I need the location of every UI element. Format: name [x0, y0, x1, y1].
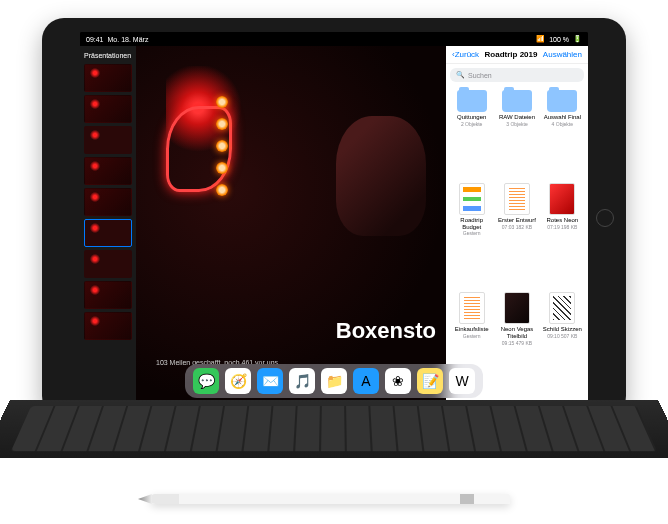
status-bar: 09:41 Mo. 18. März 📶 100 % 🔋 [80, 32, 588, 46]
keynote-editor: Neon Tour – März 2019 Präsentationen [80, 46, 446, 404]
slide-thumb[interactable] [84, 312, 132, 340]
screen-bezel: 09:41 Mo. 18. März 📶 100 % 🔋 Neon Tour –… [80, 32, 588, 404]
slide-thumb[interactable] [84, 157, 132, 185]
slide-thumb[interactable] [84, 250, 132, 278]
file-item[interactable]: Rotes Neon07:19 198 KB [541, 183, 584, 291]
files-panel: ‹Zurück Roadtrip 2019 Auswählen 🔍 Suchen… [446, 46, 588, 404]
apple-pencil [150, 494, 510, 504]
document-icon [459, 292, 485, 324]
dock-app-files[interactable]: 📁 [321, 368, 347, 394]
file-meta: Gestern [463, 333, 481, 339]
file-meta: Gestern [463, 230, 481, 236]
folder-icon [457, 90, 487, 112]
file-name: Quittungen [457, 114, 486, 121]
panel-title: Roadtrip 2019 [485, 50, 538, 59]
slide-canvas[interactable]: Boxensto 103 Meilen geschafft, noch 461 … [136, 46, 446, 404]
wifi-icon: 📶 [536, 35, 545, 43]
slide-thumb[interactable] [84, 95, 132, 123]
file-item[interactable]: Auswahl Final4 Objekte [541, 90, 584, 181]
document-icon [504, 183, 530, 215]
file-meta: 4 Objekte [552, 121, 573, 127]
document-icon [459, 183, 485, 215]
file-item[interactable]: Neon Vegas Titelbild09:15 479 KB [495, 292, 538, 400]
folder-icon [502, 90, 532, 112]
document-icon [549, 183, 575, 215]
battery-icon: 🔋 [573, 35, 582, 43]
home-button[interactable] [596, 209, 614, 227]
ipad-device: 09:41 Mo. 18. März 📶 100 % 🔋 Neon Tour –… [42, 18, 626, 418]
search-input[interactable]: 🔍 Suchen [450, 68, 584, 82]
file-item[interactable]: Schild Skizzen09:10 507 KB [541, 292, 584, 400]
file-name: Neon Vegas Titelbild [496, 326, 538, 339]
file-meta: 09:10 507 KB [547, 333, 577, 339]
file-name: Auswahl Final [544, 114, 581, 121]
file-meta: 3 Objekte [506, 121, 527, 127]
panel-header: ‹Zurück Roadtrip 2019 Auswählen [446, 46, 588, 64]
search-icon: 🔍 [456, 71, 465, 79]
battery-pct: 100 % [549, 36, 569, 43]
search-placeholder: Suchen [468, 72, 492, 79]
slide-thumb[interactable] [84, 64, 132, 92]
smart-keyboard [0, 400, 668, 458]
file-meta: 07:03 182 KB [502, 224, 532, 230]
file-item[interactable]: Erster Entwurf07:03 182 KB [495, 183, 538, 291]
dock-app-photos[interactable]: ❀ [385, 368, 411, 394]
dock-app-mail[interactable]: ✉️ [257, 368, 283, 394]
slides-sidebar[interactable]: Präsentationen [80, 46, 136, 404]
file-item[interactable]: Roadtrip BudgetGestern [450, 183, 493, 291]
file-meta: 07:19 198 KB [547, 224, 577, 230]
select-button[interactable]: Auswählen [543, 50, 582, 59]
dock: 💬🧭✉️🎵📁A❀📝W [185, 364, 483, 398]
status-date: Mo. 18. März [108, 36, 149, 43]
slide-headline[interactable]: Boxensto [336, 318, 436, 344]
files-grid: Quittungen2 ObjekteRAW Dateien3 ObjekteA… [446, 86, 588, 404]
dock-app-music[interactable]: 🎵 [289, 368, 315, 394]
file-name: Roadtrip Budget [451, 217, 493, 230]
document-icon [549, 292, 575, 324]
file-name: RAW Dateien [499, 114, 535, 121]
status-time: 09:41 [86, 36, 104, 43]
file-item[interactable]: RAW Dateien3 Objekte [495, 90, 538, 181]
file-item[interactable]: Quittungen2 Objekte [450, 90, 493, 181]
dock-app-messages[interactable]: 💬 [193, 368, 219, 394]
slide-thumb[interactable] [84, 126, 132, 154]
slide-thumb[interactable] [84, 281, 132, 309]
sidebar-title: Präsentationen [84, 50, 132, 61]
file-meta: 09:15 479 KB [502, 340, 532, 346]
back-button[interactable]: ‹Zurück [452, 50, 479, 59]
dock-app-word[interactable]: W [449, 368, 475, 394]
file-name: Rotes Neon [546, 217, 578, 224]
neon-sign-graphic [166, 66, 246, 206]
slide-thumb[interactable] [84, 188, 132, 216]
folder-icon [547, 90, 577, 112]
dock-app-appstore[interactable]: A [353, 368, 379, 394]
file-name: Erster Entwurf [498, 217, 536, 224]
slide-thumb-selected[interactable] [84, 219, 132, 247]
person-photo [336, 116, 426, 236]
file-name: Einkaufsliste [455, 326, 489, 333]
document-icon [504, 292, 530, 324]
dock-app-notes[interactable]: 📝 [417, 368, 443, 394]
file-meta: 2 Objekte [461, 121, 482, 127]
dock-app-safari[interactable]: 🧭 [225, 368, 251, 394]
file-name: Schild Skizzen [543, 326, 582, 333]
light-bulbs [216, 96, 228, 196]
